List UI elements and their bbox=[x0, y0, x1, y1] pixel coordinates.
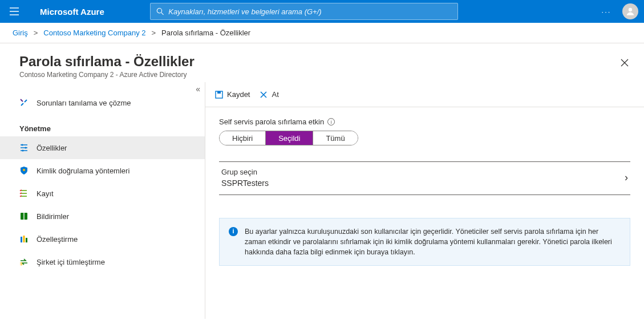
sync-icon: $ bbox=[19, 257, 29, 266]
sidebar-item-notifications[interactable]: Bildirimler bbox=[0, 205, 205, 228]
svg-point-4 bbox=[22, 149, 23, 151]
brand: Microsoft Azure bbox=[29, 7, 127, 17]
save-icon bbox=[214, 90, 224, 99]
page-title: Parola sıfırlama - Özellikler bbox=[19, 54, 615, 70]
sspr-enabled-toggle: Hiçbiri Seçildi Tümü bbox=[219, 131, 358, 145]
close-icon bbox=[621, 59, 629, 67]
sliders-icon bbox=[19, 143, 29, 152]
collapse-sidebar-button[interactable]: « bbox=[196, 84, 200, 94]
svg-point-1 bbox=[629, 8, 632, 11]
option-none[interactable]: Hiçbiri bbox=[220, 131, 265, 145]
command-bar: Kaydet At bbox=[205, 82, 644, 107]
sidebar-item-label: Bildirimler bbox=[37, 212, 69, 221]
sidebar-item-label: Sorunları tanılama ve çözme bbox=[37, 99, 131, 107]
discard-icon bbox=[259, 90, 268, 99]
info-banner-text[interactable]: Bu ayarlar yalnızca kuruluşunuzdaki son … bbox=[245, 226, 621, 257]
svg-rect-9 bbox=[23, 236, 25, 242]
discard-label: At bbox=[272, 90, 278, 99]
search-icon bbox=[156, 7, 164, 15]
sidebar-item-onprem[interactable]: $ Şirket içi tümleştirme bbox=[0, 250, 205, 273]
sidebar-item-label: Kayıt bbox=[37, 189, 54, 198]
sidebar-item-customization[interactable]: Özelleştirme bbox=[0, 228, 205, 250]
sidebar-item-label: Şirket içi tümleştirme bbox=[37, 258, 105, 266]
discard-button[interactable]: At bbox=[259, 90, 278, 99]
sidebar-item-auth-methods[interactable]: Kimlik doğrulama yöntemleri bbox=[0, 159, 205, 182]
svg-point-3 bbox=[25, 147, 26, 148]
group-picker-label: Grup seçin bbox=[221, 168, 625, 176]
checklist-icon bbox=[19, 189, 29, 198]
sidebar-item-label: Kimlik doğrulama yöntemleri bbox=[37, 167, 129, 175]
main-panel: Kaydet At Self servis parola sıfırlama e… bbox=[205, 82, 644, 319]
info-icon[interactable]: i bbox=[327, 118, 335, 125]
sidebar-item-diagnose[interactable]: Sorunları tanılama ve çözme bbox=[0, 91, 205, 114]
svg-point-5 bbox=[23, 169, 25, 171]
info-icon: i bbox=[229, 227, 238, 236]
close-blade-button[interactable] bbox=[615, 54, 634, 72]
save-label: Kaydet bbox=[227, 90, 250, 99]
group-picker-value: SSPRTesters bbox=[221, 179, 625, 188]
tools-icon bbox=[19, 98, 29, 107]
svg-point-2 bbox=[21, 144, 23, 145]
crumb-current: Parola sıfırlama - Özellikler bbox=[161, 29, 250, 37]
top-header: Microsoft Azure ··· bbox=[0, 0, 644, 23]
svg-rect-13 bbox=[217, 91, 221, 94]
sidebar-item-label: Özelleştirme bbox=[37, 235, 78, 244]
hamburger-icon bbox=[9, 6, 19, 17]
svg-rect-8 bbox=[21, 237, 22, 242]
option-all[interactable]: Tümü bbox=[313, 131, 357, 145]
crumb-home[interactable]: Giriş bbox=[13, 29, 28, 37]
crumb-tenant[interactable]: Contoso Marketing Company 2 bbox=[43, 29, 145, 37]
sspr-enabled-label: Self servis parola sıfırlama etkin i bbox=[219, 118, 630, 126]
shield-icon bbox=[19, 166, 29, 175]
sidebar-item-registration[interactable]: Kayıt bbox=[0, 182, 205, 205]
page-subtitle: Contoso Marketing Company 2 - Azure Acti… bbox=[19, 71, 615, 79]
book-icon bbox=[19, 212, 29, 221]
header-more-button[interactable]: ··· bbox=[595, 7, 618, 16]
option-selected[interactable]: Seçildi bbox=[265, 131, 313, 145]
breadcrumb: Giriş > Contoso Marketing Company 2 > Pa… bbox=[0, 23, 644, 43]
sidebar: « Sorunları tanılama ve çözme Yönetme Öz… bbox=[0, 82, 205, 319]
svg-point-0 bbox=[157, 9, 161, 13]
menu-toggle[interactable] bbox=[0, 0, 29, 23]
bars-icon bbox=[19, 234, 29, 244]
select-group-row[interactable]: Grup seçin SSPRTesters › bbox=[219, 161, 630, 195]
chevron-right-icon: › bbox=[625, 172, 628, 184]
account-avatar[interactable] bbox=[622, 3, 638, 19]
sidebar-group-manage: Yönetme bbox=[0, 114, 205, 136]
svg-rect-10 bbox=[26, 238, 27, 242]
person-icon bbox=[625, 6, 635, 17]
svg-text:$: $ bbox=[20, 261, 23, 266]
svg-rect-7 bbox=[23, 213, 24, 220]
chevron-right-icon: > bbox=[152, 29, 156, 37]
title-area: Parola sıfırlama - Özellikler Contoso Ma… bbox=[0, 43, 644, 82]
sidebar-item-properties[interactable]: Özellikler bbox=[0, 136, 205, 159]
sidebar-item-label: Özellikler bbox=[37, 144, 67, 152]
info-banner: i Bu ayarlar yalnızca kuruluşunuzdaki so… bbox=[219, 218, 630, 266]
chevron-right-icon: > bbox=[34, 29, 38, 37]
save-button[interactable]: Kaydet bbox=[214, 90, 250, 99]
search-input[interactable] bbox=[168, 7, 452, 16]
global-search[interactable] bbox=[150, 3, 458, 20]
